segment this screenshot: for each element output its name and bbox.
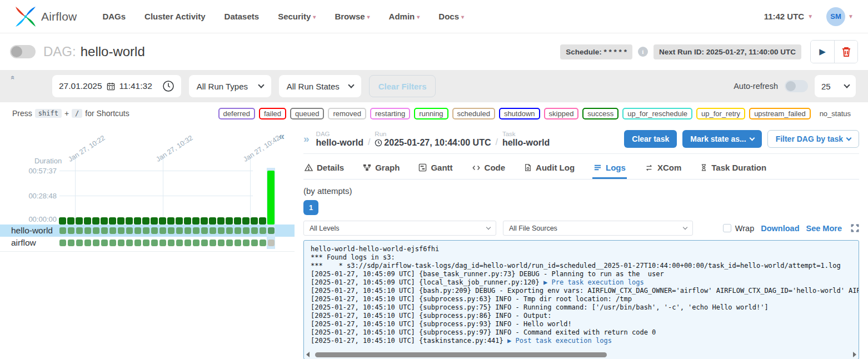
info-icon[interactable]: i xyxy=(638,47,648,57)
task-instance-4[interactable] xyxy=(83,225,92,237)
task-label-hello-world[interactable]: hello-world xyxy=(0,226,58,236)
task-instance-16[interactable] xyxy=(183,237,192,249)
tab-xcom[interactable]: XCom xyxy=(643,158,682,179)
task-instance-24[interactable] xyxy=(250,237,258,249)
dag-run-1[interactable] xyxy=(58,168,67,225)
task-instance-1[interactable] xyxy=(58,225,67,237)
task-instance-6[interactable] xyxy=(100,225,108,237)
task-instance-20[interactable] xyxy=(217,237,225,249)
clock-dropdown[interactable]: 11:42 UTC ▼ xyxy=(764,12,813,21)
task-label-airflow[interactable]: airflow xyxy=(0,238,58,248)
task-instance-16[interactable] xyxy=(183,225,192,237)
dag-run-20[interactable] xyxy=(217,168,225,225)
dag-run-7[interactable] xyxy=(108,168,117,225)
dag-run-9[interactable] xyxy=(125,168,133,225)
task-instance-5[interactable] xyxy=(92,237,100,249)
task-instance-15[interactable] xyxy=(175,225,183,237)
dag-run-16[interactable] xyxy=(183,168,192,225)
dag-run-24[interactable] xyxy=(250,168,258,225)
state-badge-no-status[interactable]: no_status xyxy=(815,108,856,119)
dag-run-4[interactable] xyxy=(83,168,92,225)
task-instance-14[interactable] xyxy=(167,237,175,249)
dag-run-19[interactable] xyxy=(208,168,217,225)
wrap-checkbox[interactable]: Wrap xyxy=(723,224,754,233)
user-menu[interactable]: SM ▼ xyxy=(826,7,854,26)
attempt-1-button[interactable]: 1 xyxy=(303,200,318,215)
task-instance-1[interactable] xyxy=(58,237,67,249)
task-instance-24[interactable] xyxy=(250,225,258,237)
fullscreen-icon[interactable] xyxy=(851,224,859,232)
tab-gantt[interactable]: Gantt xyxy=(417,158,453,179)
nav-item-dags[interactable]: DAGs xyxy=(102,12,126,21)
breadcrumb-dag-value[interactable]: hello-world xyxy=(316,138,363,148)
task-instance-13[interactable] xyxy=(158,225,167,237)
tab-audit-log[interactable]: Audit Log xyxy=(523,158,576,179)
task-instance-3[interactable] xyxy=(75,237,83,249)
state-badge-skipped[interactable]: skipped xyxy=(544,108,579,119)
dag-run-13[interactable] xyxy=(158,168,167,225)
trigger-dag-button[interactable]: ▶ xyxy=(811,41,834,63)
task-instance-18[interactable] xyxy=(200,237,208,249)
state-badge-restarting[interactable]: restarting xyxy=(370,108,410,119)
log-level-select[interactable]: All Levels xyxy=(303,221,496,236)
state-badge-running[interactable]: running xyxy=(414,108,448,119)
auto-refresh-toggle[interactable] xyxy=(785,80,808,92)
log-section-toggle[interactable]: ▶ Post task execution logs xyxy=(507,337,612,345)
task-instance-8[interactable] xyxy=(117,237,125,249)
state-badge-up-for-retry[interactable]: up_for_retry xyxy=(696,108,745,119)
collapse-filters-icon[interactable]: « xyxy=(9,76,17,79)
expand-panel-icon[interactable]: » xyxy=(303,133,310,145)
task-instance-10[interactable] xyxy=(133,225,142,237)
state-badge-upstream-failed[interactable]: upstream_failed xyxy=(749,108,811,119)
filter-dag-by-task-button[interactable]: Filter DAG by task xyxy=(767,130,859,148)
task-instance-5[interactable] xyxy=(92,225,100,237)
mark-state-button[interactable]: Mark state as... xyxy=(682,130,761,148)
task-instance-20[interactable] xyxy=(217,225,225,237)
state-badge-shutdown[interactable]: shutdown xyxy=(499,108,540,119)
task-instance-13[interactable] xyxy=(158,237,167,249)
clear-task-button[interactable]: Clear task xyxy=(624,130,677,148)
tab-logs[interactable]: Logs xyxy=(592,158,627,179)
task-instance-12[interactable] xyxy=(150,225,158,237)
task-instance-10[interactable] xyxy=(133,237,142,249)
date-time-picker[interactable]: 27.01.2025 11:41:32 xyxy=(52,75,181,97)
scroll-left-icon[interactable] xyxy=(306,352,310,357)
dag-run-22[interactable] xyxy=(233,168,242,225)
task-instance-25[interactable] xyxy=(258,237,267,249)
dag-run-10[interactable] xyxy=(133,168,142,225)
task-instance-11[interactable] xyxy=(142,225,150,237)
dag-run-11[interactable] xyxy=(142,168,150,225)
state-badge-failed[interactable]: failed xyxy=(259,108,286,119)
nav-item-security[interactable]: Security▾ xyxy=(278,12,316,21)
task-instance-2[interactable] xyxy=(67,225,75,237)
dag-run-14[interactable] xyxy=(167,168,175,225)
task-instance-9[interactable] xyxy=(125,237,133,249)
dag-run-15[interactable] xyxy=(175,168,183,225)
task-instance-17[interactable] xyxy=(192,237,200,249)
task-instance-26[interactable] xyxy=(267,225,275,237)
state-badge-up-for-reschedule[interactable]: up_for_reschedule xyxy=(622,108,692,119)
dag-run-17[interactable] xyxy=(192,168,200,225)
dag-run-2[interactable] xyxy=(67,168,75,225)
dag-run-5[interactable] xyxy=(92,168,100,225)
state-badge-scheduled[interactable]: scheduled xyxy=(452,108,495,119)
state-badge-queued[interactable]: queued xyxy=(290,108,324,119)
state-badge-removed[interactable]: removed xyxy=(328,108,366,119)
state-badge-success[interactable]: success xyxy=(582,108,618,119)
task-instance-17[interactable] xyxy=(192,225,200,237)
dag-run-21[interactable] xyxy=(225,168,233,225)
task-instance-11[interactable] xyxy=(142,237,150,249)
task-instance-9[interactable] xyxy=(125,225,133,237)
task-instance-8[interactable] xyxy=(117,225,125,237)
run-states-select[interactable]: All Run States xyxy=(279,75,361,97)
run-types-select[interactable]: All Run Types xyxy=(189,75,271,97)
task-instance-4[interactable] xyxy=(83,237,92,249)
state-badge-deferred[interactable]: deferred xyxy=(218,108,255,119)
airflow-brand[interactable]: Airflow xyxy=(14,6,77,28)
nav-item-admin[interactable]: Admin▾ xyxy=(389,12,420,21)
task-instance-21[interactable] xyxy=(225,225,233,237)
tab-task-duration[interactable]: Task Duration xyxy=(699,158,767,179)
breadcrumb-run-value[interactable]: 2025-01-27, 10:44:00 UTC xyxy=(375,138,491,148)
task-instance-23[interactable] xyxy=(242,225,250,237)
nav-item-datasets[interactable]: Datasets xyxy=(225,12,260,21)
